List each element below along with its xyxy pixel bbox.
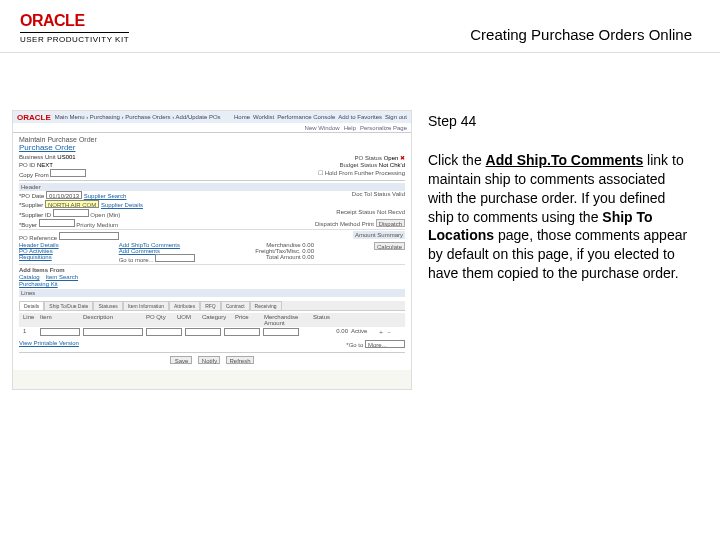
poid-label: PO ID	[19, 162, 35, 168]
brand-name: ORACLE	[20, 12, 129, 30]
calculate-button[interactable]: Calculate	[374, 242, 405, 250]
notify-button[interactable]: Notify	[198, 356, 220, 364]
budget-label: Budget Status	[339, 162, 377, 168]
app-topbar: ORACLE Main Menu › Purchasing › Purchase…	[13, 111, 411, 123]
header-rule	[0, 52, 720, 53]
buyer-label: *Buyer	[19, 222, 37, 228]
page-title-small: Maintain Purchase Order	[19, 136, 405, 143]
step-label: Step 44	[428, 112, 690, 131]
supplier-label: *Supplier	[19, 202, 43, 208]
instruction-text: Click the Add Ship.To Comments link to m…	[428, 151, 690, 283]
supplierid-label: *Supplier ID	[19, 212, 51, 218]
app-brand: ORACLE	[17, 113, 51, 122]
priority-label: Priority	[76, 222, 95, 228]
receipt-status: Receipt Status Not Recvd	[336, 209, 405, 218]
dispatch-method: Dispatch Method Print	[315, 221, 374, 227]
add-items-from-label: Add Items From	[19, 267, 65, 273]
budget-value: Not Chk'd	[379, 162, 405, 168]
supplierid-input[interactable]	[53, 209, 89, 217]
catalog-link[interactable]: Catalog	[19, 274, 40, 280]
goto-label: *Go to	[346, 342, 363, 348]
goto-select[interactable]: More...	[365, 340, 405, 348]
lines-tabs[interactable]: Details Ship To/Due Date Statuses Item I…	[19, 301, 405, 311]
save-button[interactable]: Save	[170, 356, 192, 364]
priority-value: Medium	[97, 222, 118, 228]
supplier-input[interactable]: NORTH AIR COM	[45, 200, 99, 208]
item-search-link[interactable]: Item Search	[46, 274, 78, 280]
hold-checkbox[interactable]: ☐ Hold From Further Processing	[318, 169, 405, 178]
table-row[interactable]: 1 0.00 Active ＋ －	[19, 327, 405, 338]
supplier-search-link[interactable]: Supplier Search	[84, 193, 127, 199]
poid-value: NEXT	[37, 162, 53, 168]
view-printable-link[interactable]: View Printable Version	[19, 340, 79, 348]
requisitions-link[interactable]: Requisitions	[19, 254, 59, 260]
supplier-details-link[interactable]: Supplier Details	[101, 202, 143, 208]
copyfrom-label: Copy From	[19, 172, 49, 178]
nav-tabs[interactable]: Home Worklist Performance Console Add to…	[234, 114, 407, 120]
purchasing-kit-link[interactable]: Purchasing Kit	[19, 281, 58, 287]
po-status: Open	[384, 155, 399, 161]
breadcrumb[interactable]: Main Menu › Purchasing › Purchase Orders…	[55, 114, 221, 120]
sub-toolbar[interactable]: New Window Help Personalize Page	[13, 123, 411, 133]
buyer-input[interactable]	[39, 219, 75, 227]
instruction-panel: Step 44 Click the Add Ship.To Comments l…	[428, 112, 690, 283]
podate-label: *PO Date	[19, 193, 44, 199]
refresh-button[interactable]: Refresh	[226, 356, 253, 364]
app-screenshot: ORACLE Main Menu › Purchasing › Purchase…	[12, 110, 412, 390]
goto-more[interactable]: Go to more...	[119, 257, 154, 263]
doc-title: Creating Purchase Orders Online	[470, 26, 692, 43]
lines-label: Lines	[19, 289, 405, 297]
priority-text: Open (Min)	[90, 212, 120, 218]
total-label: Total Amount	[266, 254, 301, 260]
podate-input[interactable]: 01/10/2013	[46, 191, 82, 199]
header-group-label: Header	[19, 183, 405, 191]
lines-table: Line Item Description PO Qty UOM Categor…	[19, 313, 405, 338]
bu-label: Business Unit	[19, 154, 56, 160]
brand-product: USER PRODUCTIVITY KIT	[20, 32, 129, 44]
amount-summary-label: Amount Summary	[353, 231, 405, 239]
po-reference-input[interactable]	[59, 232, 119, 240]
dispatch-button[interactable]: Dispatch	[376, 219, 405, 227]
section-title: Purchase Order	[19, 143, 405, 152]
po-reference-label: PO Reference	[19, 235, 57, 241]
doctol-status: Doc Tol Status Valid	[352, 191, 405, 199]
close-icon[interactable]: ✖	[400, 155, 405, 161]
brand-block: ORACLE USER PRODUCTIVITY KIT	[20, 12, 129, 44]
bu-value: US001	[57, 154, 75, 160]
copyfrom-select[interactable]	[50, 169, 86, 177]
po-status-label: PO Status	[355, 155, 382, 161]
